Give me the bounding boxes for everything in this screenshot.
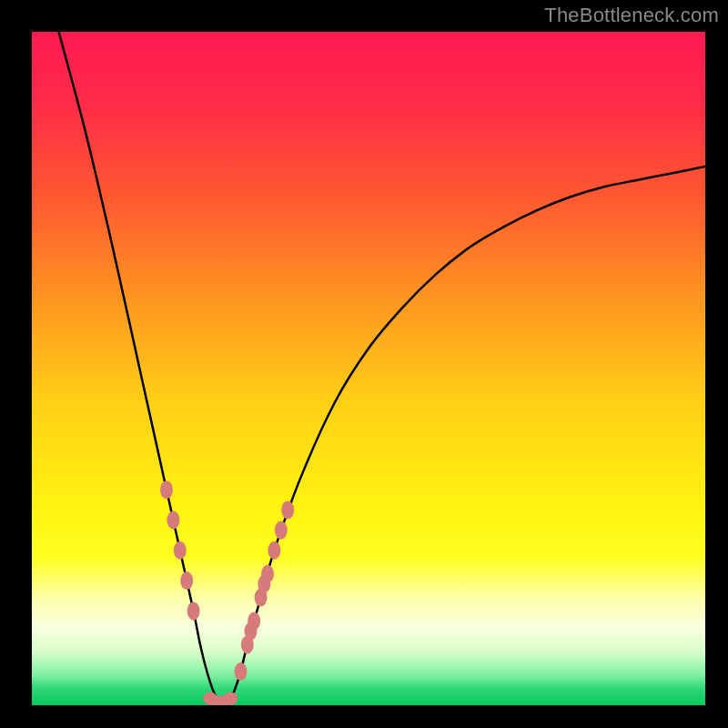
data-marker bbox=[261, 565, 274, 583]
bottleneck-curve bbox=[59, 32, 705, 703]
data-marker bbox=[160, 480, 173, 499]
data-marker bbox=[167, 511, 179, 530]
markers-right-branch bbox=[234, 500, 294, 681]
data-marker bbox=[234, 662, 247, 681]
chart-container: TheBottleneck.com bbox=[0, 0, 728, 728]
data-marker bbox=[187, 602, 200, 620]
data-marker bbox=[248, 612, 260, 631]
plot-area bbox=[32, 32, 705, 705]
data-marker bbox=[180, 571, 193, 590]
data-marker bbox=[281, 500, 294, 519]
markers-left-branch bbox=[160, 480, 200, 620]
curve-layer bbox=[32, 32, 705, 705]
data-marker bbox=[223, 693, 238, 705]
data-marker bbox=[268, 541, 280, 560]
data-marker bbox=[174, 541, 187, 560]
watermark-text: TheBottleneck.com bbox=[544, 4, 719, 27]
data-marker bbox=[275, 521, 288, 540]
markers-bottom bbox=[203, 693, 238, 705]
